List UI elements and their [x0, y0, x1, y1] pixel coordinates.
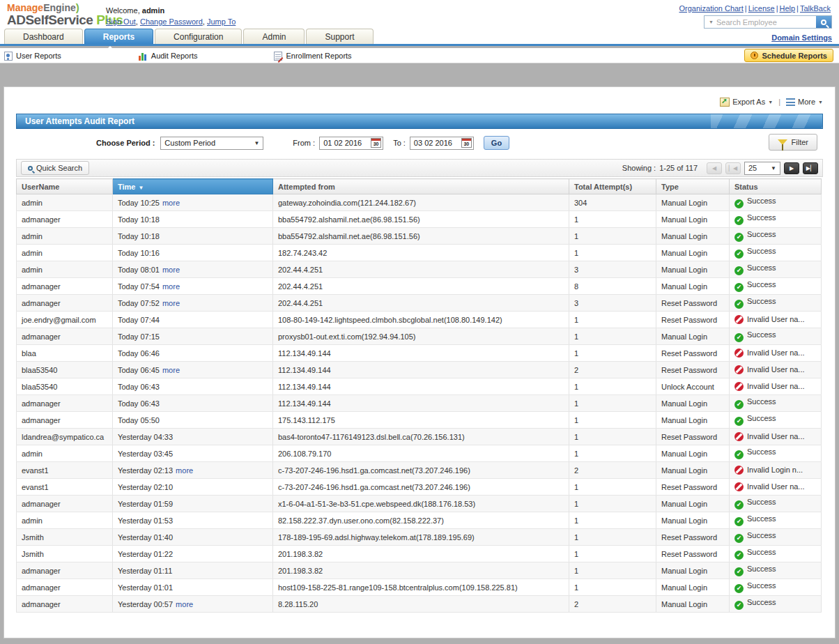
- subnav-item-enrollment-reports[interactable]: Enrollment Reports: [274, 52, 351, 61]
- time-text: Yesterday 01:22: [118, 550, 173, 558]
- cell-time: Yesterday 01:53: [113, 512, 273, 529]
- column-header-attempted-from[interactable]: Attempted from: [273, 179, 569, 194]
- time-text: Yesterday 04:33: [118, 433, 173, 441]
- subnav-item-audit-reports[interactable]: Audit Reports: [138, 52, 198, 61]
- export-as-button[interactable]: Export As ▼: [720, 98, 773, 107]
- cell-attempted-from: 202.44.4.251: [273, 261, 569, 278]
- column-header-username[interactable]: UserName: [17, 179, 113, 194]
- to-date-field[interactable]: 03 02 2016 30: [410, 137, 474, 150]
- license-link[interactable]: License: [748, 4, 775, 13]
- cell-total-attempts: 1: [569, 345, 656, 362]
- from-date-field[interactable]: 01 02 2016 30: [319, 137, 383, 150]
- table-row: admanagerYesterday 01:01host109-158-225-…: [17, 579, 822, 596]
- schedule-reports-button[interactable]: Schedule Reports: [744, 49, 833, 62]
- error-icon: [734, 365, 744, 374]
- talkback-link[interactable]: TalkBack: [800, 4, 831, 13]
- sign-out-link[interactable]: Sign Out: [106, 17, 136, 26]
- success-icon: ✔: [734, 283, 744, 292]
- filter-funnel-icon: [778, 139, 787, 145]
- success-icon: ✔: [734, 417, 744, 426]
- last-page-button[interactable]: ▶▏: [803, 162, 818, 174]
- help-link[interactable]: Help: [779, 4, 795, 13]
- change-password-link[interactable]: Change Password: [140, 17, 203, 26]
- cell-status: ✔Success: [730, 395, 822, 412]
- subnav-item-user-reports[interactable]: User Reports: [4, 52, 61, 61]
- success-icon: ✔: [734, 233, 744, 242]
- cell-type: Manual Login: [656, 228, 730, 245]
- logged-in-username: admin: [142, 6, 164, 15]
- filter-button[interactable]: Filter: [769, 134, 817, 151]
- more-link[interactable]: more: [162, 366, 180, 374]
- tab-admin[interactable]: Admin: [243, 29, 305, 44]
- success-icon: ✔: [734, 216, 744, 225]
- more-link[interactable]: more: [162, 299, 180, 307]
- page-size-select[interactable]: 25 ▼: [744, 162, 780, 175]
- cell-type: Unlock Account: [656, 378, 730, 395]
- search-button[interactable]: [816, 16, 831, 28]
- cell-type: Reset Password: [656, 529, 730, 546]
- tab-reports[interactable]: Reports: [84, 29, 153, 44]
- table-row: adminYesterday 03:45206.108.79.1701Manua…: [17, 445, 822, 462]
- tab-dashboard[interactable]: Dashboard: [4, 29, 83, 44]
- sort-desc-icon: ▼: [138, 185, 144, 191]
- cell-type: Reset Password: [656, 479, 730, 496]
- cell-time: Yesterday 01:40: [113, 529, 273, 546]
- time-text: Yesterday 03:45: [118, 450, 173, 458]
- cell-time: Today 08:01more: [113, 261, 273, 278]
- cell-attempted-from: 202.44.4.251: [273, 295, 569, 312]
- cell-time: Today 06:45more: [113, 362, 273, 378]
- status-text: Success: [747, 581, 776, 590]
- quick-search-button[interactable]: Quick Search: [21, 161, 89, 175]
- cell-attempted-from: bba554792.alshamil.net.ae(86.98.151.56): [273, 228, 569, 245]
- cell-status: ✔Success: [730, 445, 822, 462]
- cell-username: evanst1: [17, 462, 113, 479]
- employee-search-box[interactable]: ▼ Search Employee: [704, 15, 832, 29]
- more-link[interactable]: more: [162, 266, 180, 274]
- status-text: Success: [747, 280, 776, 289]
- table-row: evanst1Yesterday 02:13morec-73-207-246-1…: [17, 462, 822, 479]
- subnav-label: Enrollment Reports: [286, 52, 351, 60]
- cell-username: blaa53540: [17, 362, 113, 378]
- next-page-button[interactable]: ▶: [784, 162, 799, 174]
- cell-status: ✔Success: [730, 596, 822, 613]
- organization-chart-link[interactable]: Organization Chart: [679, 4, 744, 13]
- jump-to-link[interactable]: Jump To: [207, 17, 236, 26]
- search-input[interactable]: Search Employee: [716, 18, 816, 26]
- success-icon: ✔: [734, 450, 744, 459]
- cell-time: Yesterday 02:10: [113, 479, 273, 496]
- cell-time: Today 10:25more: [113, 194, 273, 211]
- separator: |: [776, 4, 778, 13]
- go-button[interactable]: Go: [484, 136, 509, 150]
- subnav-label: Audit Reports: [151, 52, 198, 60]
- more-link[interactable]: more: [162, 282, 180, 291]
- enrollment-reports-icon: [274, 52, 282, 61]
- welcome-block: Welcome, admin Sign Out, Change Password…: [106, 6, 236, 26]
- prev-page-button: ◀: [707, 162, 722, 174]
- cell-total-attempts: 1: [569, 546, 656, 562]
- logo-swoosh-icon: ): [76, 1, 79, 13]
- more-link[interactable]: more: [176, 600, 193, 608]
- calendar-icon[interactable]: 30: [371, 138, 381, 148]
- tab-support[interactable]: Support: [306, 29, 373, 44]
- cell-username: Jsmith: [17, 529, 113, 546]
- domain-settings-link[interactable]: Domain Settings: [771, 33, 832, 42]
- more-link[interactable]: more: [176, 466, 193, 475]
- column-header-type[interactable]: Type: [656, 179, 730, 194]
- error-icon: [734, 315, 744, 324]
- cell-type: Reset Password: [656, 312, 730, 328]
- chevron-down-icon[interactable]: ▼: [705, 20, 716, 24]
- cell-total-attempts: 1: [569, 211, 656, 228]
- cell-username: Jsmith: [17, 546, 113, 562]
- more-button[interactable]: More ▼: [786, 98, 823, 106]
- cell-time: Yesterday 03:45: [113, 445, 273, 462]
- column-header-time[interactable]: Time▼: [113, 179, 273, 194]
- column-header-status[interactable]: Status: [730, 179, 822, 194]
- status-text: Success: [747, 247, 776, 255]
- cell-time: Today 05:50: [113, 412, 273, 429]
- cell-attempted-from: 175.143.112.175: [273, 412, 569, 429]
- tab-configuration[interactable]: Configuration: [155, 29, 242, 44]
- period-select[interactable]: Custom Period ▼: [160, 137, 263, 150]
- calendar-icon[interactable]: 30: [461, 138, 472, 148]
- more-link[interactable]: more: [162, 199, 180, 207]
- column-header-total-attempts[interactable]: Total Attempt(s): [569, 179, 656, 194]
